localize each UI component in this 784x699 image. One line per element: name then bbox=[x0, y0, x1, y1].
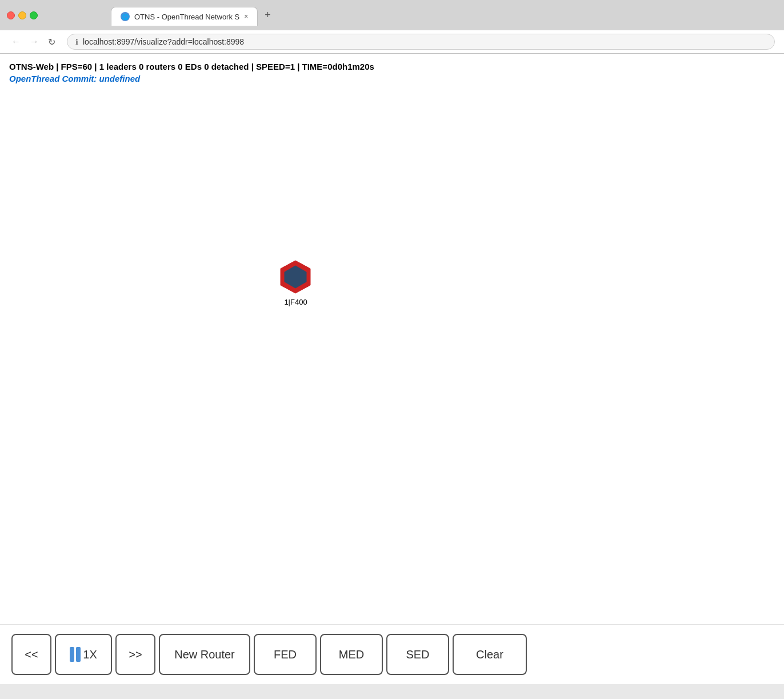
node-label: 1|F400 bbox=[284, 298, 307, 306]
browser-chrome: 🌐 OTNS - OpenThread Network S × + ← → ↻ … bbox=[0, 0, 784, 54]
active-tab[interactable]: 🌐 OTNS - OpenThread Network S × bbox=[111, 7, 258, 26]
tab-favicon: 🌐 bbox=[121, 12, 130, 21]
traffic-light-yellow[interactable] bbox=[18, 11, 26, 19]
speed-increase-button[interactable]: >> bbox=[115, 634, 155, 675]
bottom-controls: << 1X >> New Router FED MED SED bbox=[0, 624, 784, 684]
title-bar: 🌐 OTNS - OpenThread Network S × + bbox=[0, 0, 784, 30]
nav-buttons: ← → ↻ bbox=[9, 34, 58, 50]
clear-button[interactable]: Clear bbox=[453, 634, 527, 675]
status-line1: OTNS-Web | FPS=60 | 1 leaders 0 routers … bbox=[9, 61, 775, 73]
network-canvas[interactable]: 1|F400 bbox=[0, 87, 784, 624]
speed-content: 1X bbox=[70, 647, 97, 662]
address-bar: ← → ↻ ℹ localhost:8997/visualize?addr=lo… bbox=[0, 30, 784, 54]
url-bar[interactable]: ℹ localhost:8997/visualize?addr=localhos… bbox=[67, 34, 775, 50]
reload-button[interactable]: ↻ bbox=[46, 34, 58, 50]
sed-button[interactable]: SED bbox=[386, 634, 449, 675]
med-button[interactable]: MED bbox=[320, 634, 383, 675]
traffic-light-red[interactable] bbox=[7, 11, 15, 19]
pause-bar-2 bbox=[76, 647, 81, 662]
speed-decrease-button[interactable]: << bbox=[11, 634, 51, 675]
pause-bar-1 bbox=[70, 647, 74, 662]
speed-label: 1X bbox=[83, 648, 97, 661]
router-node[interactable]: 1|F400 bbox=[277, 258, 314, 306]
back-button[interactable]: ← bbox=[9, 34, 23, 49]
new-router-button[interactable]: New Router bbox=[159, 634, 250, 675]
pause-icon bbox=[70, 647, 81, 662]
traffic-lights bbox=[7, 11, 38, 19]
new-tab-button[interactable]: + bbox=[258, 5, 278, 26]
traffic-light-green[interactable] bbox=[30, 11, 38, 19]
status-line2: OpenThread Commit: undefined bbox=[9, 73, 775, 85]
tab-close-button[interactable]: × bbox=[244, 13, 248, 21]
security-icon: ℹ bbox=[75, 38, 78, 46]
url-text: localhost:8997/visualize?addr=localhost:… bbox=[83, 37, 766, 46]
forward-button[interactable]: → bbox=[27, 34, 41, 49]
speed-display-button[interactable]: 1X bbox=[55, 634, 112, 675]
page-content: OTNS-Web | FPS=60 | 1 leaders 0 routers … bbox=[0, 54, 784, 684]
tab-bar: 🌐 OTNS - OpenThread Network S × + bbox=[104, 5, 285, 26]
status-bar: OTNS-Web | FPS=60 | 1 leaders 0 routers … bbox=[0, 54, 784, 87]
fed-button[interactable]: FED bbox=[254, 634, 317, 675]
tab-title: OTNS - OpenThread Network S bbox=[134, 13, 239, 21]
node-hexagon[interactable] bbox=[277, 258, 314, 295]
